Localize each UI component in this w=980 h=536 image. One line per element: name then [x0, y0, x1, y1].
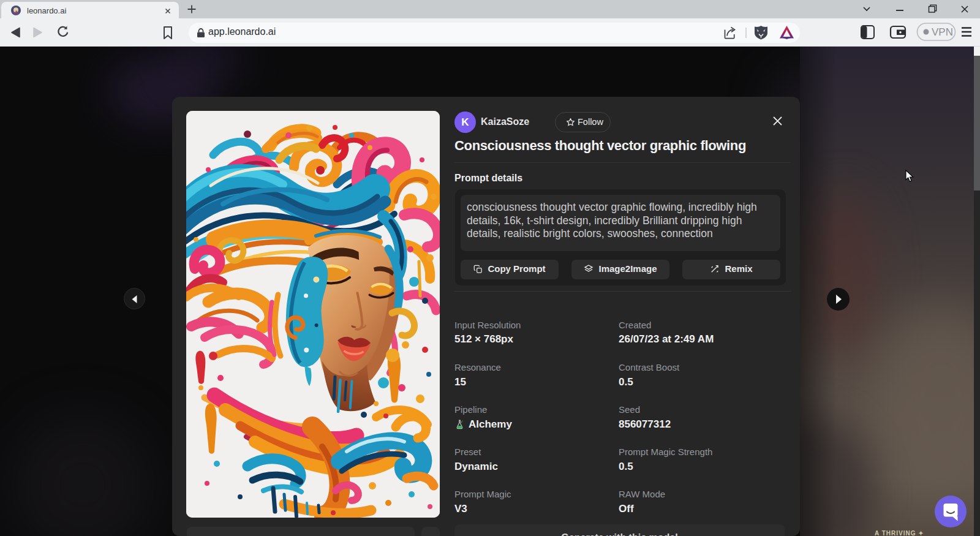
svg-text:VPN: VPN: [932, 26, 953, 38]
